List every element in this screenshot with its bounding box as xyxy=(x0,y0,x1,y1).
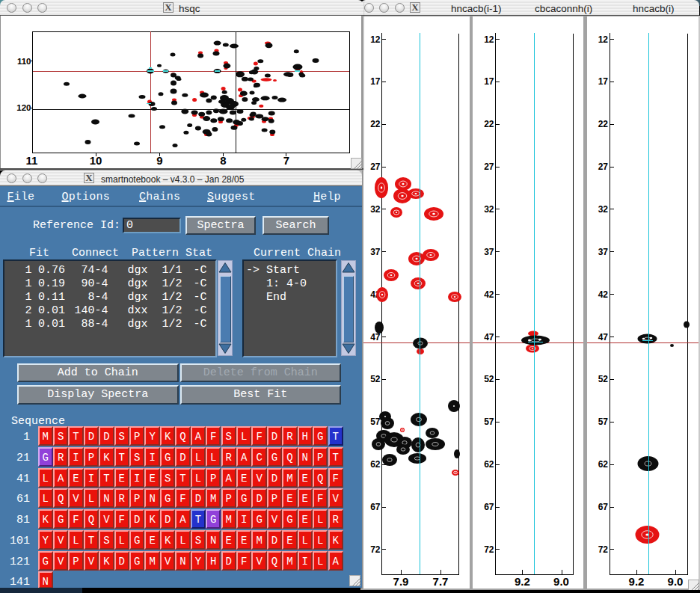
svg-text:12: 12 xyxy=(484,34,494,45)
svg-text:37: 37 xyxy=(484,247,494,257)
svg-text:42: 42 xyxy=(484,289,494,300)
svg-text:22: 22 xyxy=(484,119,494,129)
svg-text:52: 52 xyxy=(370,374,381,384)
svg-text:67: 67 xyxy=(370,502,381,512)
svg-text:17: 17 xyxy=(598,76,608,87)
svg-text:27: 27 xyxy=(484,162,494,172)
svg-text:32: 32 xyxy=(598,204,608,215)
svg-text:32: 32 xyxy=(370,204,381,215)
svg-text:57: 57 xyxy=(598,417,608,427)
svg-text:9.0: 9.0 xyxy=(667,575,683,588)
svg-text:52: 52 xyxy=(598,374,608,384)
svg-text:67: 67 xyxy=(598,502,608,512)
svg-text:110: 110 xyxy=(17,57,31,66)
svg-text:72: 72 xyxy=(598,544,608,555)
svg-text:27: 27 xyxy=(370,162,381,172)
svg-text:22: 22 xyxy=(370,119,381,129)
svg-text:120: 120 xyxy=(16,103,31,112)
svg-text:47: 47 xyxy=(598,332,608,342)
svg-text:47: 47 xyxy=(484,332,494,342)
svg-text:72: 72 xyxy=(484,544,494,555)
svg-text:7.9: 7.9 xyxy=(393,575,409,588)
svg-text:12: 12 xyxy=(598,34,608,45)
svg-text:17: 17 xyxy=(484,76,494,87)
svg-text:9.2: 9.2 xyxy=(628,575,644,588)
svg-text:57: 57 xyxy=(370,417,381,427)
svg-text:10: 10 xyxy=(90,154,102,167)
svg-text:12: 12 xyxy=(370,34,381,45)
svg-text:11: 11 xyxy=(26,154,38,167)
svg-text:52: 52 xyxy=(484,374,494,384)
svg-text:7: 7 xyxy=(283,154,289,167)
svg-text:37: 37 xyxy=(370,247,381,257)
svg-text:9: 9 xyxy=(156,154,162,167)
svg-text:57: 57 xyxy=(484,417,494,427)
svg-text:7.7: 7.7 xyxy=(433,575,449,588)
svg-text:9.2: 9.2 xyxy=(515,575,530,588)
svg-text:8: 8 xyxy=(220,154,226,167)
svg-text:62: 62 xyxy=(370,459,381,470)
svg-text:67: 67 xyxy=(484,502,494,512)
svg-text:9.0: 9.0 xyxy=(553,575,569,588)
svg-text:62: 62 xyxy=(598,459,608,470)
svg-text:22: 22 xyxy=(598,119,608,129)
svg-text:32: 32 xyxy=(484,204,494,215)
svg-text:72: 72 xyxy=(370,544,381,555)
svg-text:42: 42 xyxy=(598,289,608,300)
svg-text:27: 27 xyxy=(598,162,608,172)
svg-text:37: 37 xyxy=(598,247,608,257)
svg-text:62: 62 xyxy=(484,459,494,470)
svg-text:17: 17 xyxy=(370,76,381,87)
